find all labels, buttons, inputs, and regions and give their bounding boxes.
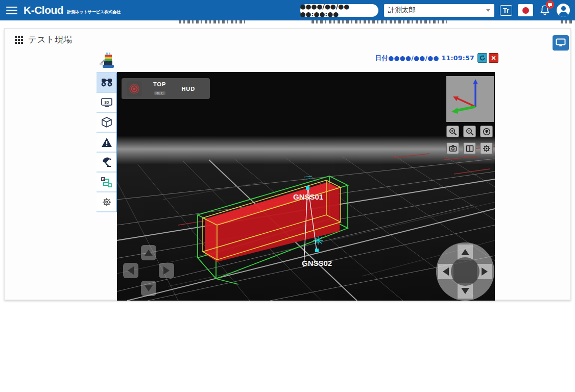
toolbar-3d-view-button[interactable]: 3D <box>97 93 116 113</box>
settings-gear-icon <box>101 196 113 208</box>
user-select[interactable]: 計測太郎 <box>384 4 494 17</box>
clipped-text-fragment <box>561 20 574 23</box>
arrow-down-icon <box>145 285 153 291</box>
site-panel: テスト現場 日付●●●●/●●/●● 11:09:57 ✕ <box>4 28 571 300</box>
survey-machine-icon[interactable] <box>98 51 118 71</box>
brand-logo: K-Cloud <box>23 4 63 16</box>
record-button[interactable] <box>127 81 142 96</box>
arrow-right-icon <box>163 266 170 275</box>
pan-down-button[interactable] <box>141 281 156 296</box>
route-icon <box>101 176 113 188</box>
split-view-button[interactable] <box>463 142 476 154</box>
arrow-up-icon <box>461 249 469 255</box>
zoom-in-button[interactable] <box>446 126 459 137</box>
user-avatar-icon[interactable] <box>557 4 570 17</box>
datetime-display: ●●●●/●●/●● ●●:●●:●● <box>300 4 378 17</box>
toolbar-settings-button[interactable] <box>97 192 116 212</box>
pan-left-button[interactable] <box>123 263 138 278</box>
clipped-text-fragment <box>312 20 447 23</box>
viewer-refresh-button[interactable] <box>477 53 487 63</box>
axis-gizmo[interactable] <box>446 76 494 122</box>
notification-bell-button[interactable] <box>539 4 551 16</box>
binoculars-icon <box>101 77 113 88</box>
viewer-datetime-label: 日付●●●●/●●/●● 11:09:57 <box>291 54 474 63</box>
japan-flag-icon[interactable] <box>518 4 533 16</box>
split-view-icon <box>466 144 474 153</box>
arrow-down-icon <box>461 288 469 294</box>
grid-icon <box>15 36 23 44</box>
arrow-up-icon <box>145 250 153 256</box>
warning-icon <box>101 137 113 148</box>
arrow-left-icon <box>128 266 134 275</box>
toolbar-satellite-button[interactable] <box>97 153 116 173</box>
translate-button[interactable]: Tr <box>500 5 512 16</box>
pan-up-button[interactable] <box>141 245 156 260</box>
viewer-3d-icon: 3D <box>101 97 113 108</box>
top-view-button[interactable]: TOP <box>153 81 166 87</box>
gnss1-label: GNSS01 <box>293 192 323 201</box>
toolbar-binoculars-button[interactable] <box>97 73 116 93</box>
camera-button[interactable] <box>446 142 459 154</box>
orbit-pad[interactable] <box>436 242 494 301</box>
record-icon <box>129 83 140 94</box>
viewer-toolbar: 3D <box>97 72 118 212</box>
close-icon: ✕ <box>491 55 496 62</box>
user-select-value: 計測太郎 <box>388 6 416 15</box>
hud-toggle-button[interactable]: HUD <box>181 86 195 92</box>
page-title: テスト現場 <box>28 34 72 45</box>
clipped-text-fragment <box>179 20 245 23</box>
settings-gear-icon <box>483 144 491 153</box>
locate-pin-icon <box>483 128 491 136</box>
toolbar-cube-button[interactable] <box>97 113 116 133</box>
chevron-down-icon <box>486 9 490 12</box>
monitor-icon <box>556 38 566 47</box>
refresh-icon <box>479 55 486 61</box>
orbit-center <box>451 257 480 286</box>
zoom-out-button[interactable] <box>463 126 476 137</box>
satellite-dish-icon <box>101 156 113 168</box>
scene-3d-viewport[interactable]: GNSS01 GNSS02 TOP REC HUD <box>117 72 495 301</box>
toolbar-warning-button[interactable] <box>97 133 116 153</box>
viewer-hud-panel: TOP REC HUD <box>122 78 210 99</box>
pan-right-button[interactable] <box>159 263 174 278</box>
zoom-out-icon <box>466 128 474 136</box>
zoom-in-icon <box>449 128 457 136</box>
arrow-right-icon <box>482 267 488 276</box>
view-controls-row-2 <box>446 142 493 154</box>
hamburger-menu-icon[interactable] <box>6 7 17 14</box>
rec-status-label: REC <box>154 91 165 95</box>
app-header: K-Cloud 計測ネットサービス株式会社 ●●●●/●●/●● ●●:●●:●… <box>0 0 575 20</box>
toolbar-route-button[interactable] <box>97 173 116 192</box>
svg-text:3D: 3D <box>104 100 109 104</box>
view-controls-row-1 <box>446 126 493 137</box>
cube-icon <box>101 116 113 129</box>
locate-button[interactable] <box>480 126 493 137</box>
camera-icon <box>449 144 457 153</box>
notification-badge-icon <box>546 1 554 9</box>
view-settings-button[interactable] <box>480 142 493 154</box>
brand-subtitle: 計測ネットサービス株式会社 <box>67 9 121 15</box>
viewer-close-button[interactable]: ✕ <box>489 53 498 63</box>
gnss2-label: GNSS02 <box>302 259 332 267</box>
arrow-left-icon <box>443 267 449 276</box>
axis-gizmo-icon <box>446 76 494 122</box>
screen-monitor-button[interactable] <box>553 35 569 51</box>
